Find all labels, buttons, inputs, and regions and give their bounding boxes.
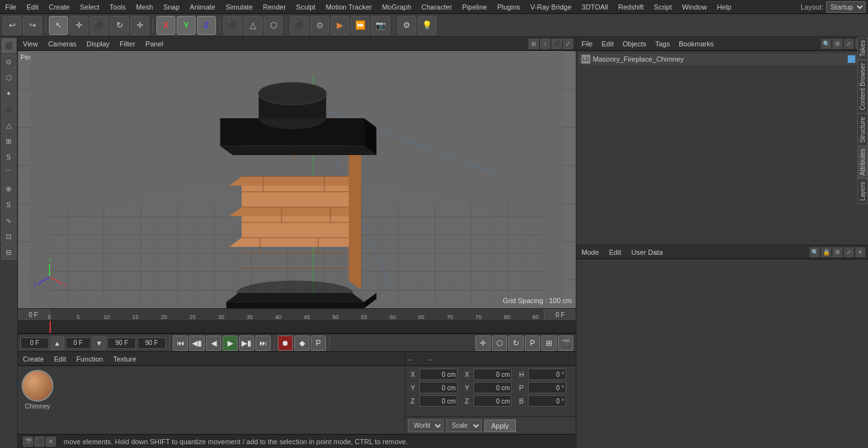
- sb-icon-1[interactable]: 🎬: [23, 437, 33, 447]
- menu-sculpt[interactable]: Sculpt: [291, 2, 321, 12]
- scale-tool-button[interactable]: ⬛: [90, 16, 109, 35]
- attr-close-icon[interactable]: ✕: [855, 247, 865, 257]
- menu-simulate[interactable]: Simulate: [220, 2, 258, 12]
- menu-create[interactable]: Create: [44, 2, 75, 12]
- vp-menu-display[interactable]: Display: [84, 39, 112, 49]
- tool-6[interactable]: △: [1, 118, 17, 133]
- menu-3dtoall[interactable]: 3DTOAll: [576, 2, 613, 12]
- edge-mode-button[interactable]: ⬡: [264, 16, 283, 35]
- 3d-viewport[interactable]: Perspective: [18, 51, 576, 308]
- menu-redshift[interactable]: Redshift: [613, 2, 649, 12]
- scale-select[interactable]: Scale: [446, 419, 482, 432]
- timeline-body[interactable]: [18, 321, 576, 334]
- size-z-input[interactable]: [473, 395, 512, 407]
- axis-x-button[interactable]: X: [156, 16, 175, 35]
- move-tool-button[interactable]: ✛: [69, 16, 88, 35]
- attr-menu-mode[interactable]: Mode: [579, 247, 602, 257]
- goto-end-button[interactable]: ⏭: [255, 336, 271, 351]
- select-tool-button[interactable]: ↖: [49, 16, 68, 35]
- transform-tool-button[interactable]: ✛: [130, 16, 149, 35]
- axis-y-button[interactable]: Y: [177, 16, 196, 35]
- prev-frame-button[interactable]: ◀: [206, 336, 221, 351]
- film-button[interactable]: 🎬: [558, 336, 573, 351]
- vp-menu-panel[interactable]: Panel: [143, 39, 166, 49]
- menu-motiontracker[interactable]: Motion Tracker: [320, 2, 377, 12]
- menu-edit[interactable]: Edit: [22, 2, 44, 12]
- tool-2[interactable]: ⊙: [1, 54, 17, 69]
- snap-button[interactable]: ✛: [475, 336, 491, 351]
- camera-button[interactable]: 📷: [371, 16, 390, 35]
- menu-pipeline[interactable]: Pipeline: [457, 2, 492, 12]
- mat-menu-edit[interactable]: Edit: [51, 354, 69, 364]
- mat-menu-create[interactable]: Create: [20, 354, 46, 364]
- axis-z-button[interactable]: Z: [197, 16, 216, 35]
- rot-h-input[interactable]: [528, 369, 566, 380]
- record-button[interactable]: ⏺: [278, 336, 293, 351]
- curve-button[interactable]: ↻: [508, 336, 524, 351]
- world-select[interactable]: World: [408, 419, 444, 432]
- key-button[interactable]: ⬡: [492, 336, 507, 351]
- pos-z-input[interactable]: [419, 395, 458, 407]
- obj-menu-objects[interactable]: Objects: [620, 39, 649, 49]
- layout-select[interactable]: Startup: [826, 1, 865, 13]
- menu-plugins[interactable]: Plugins: [492, 2, 525, 12]
- menu-animate[interactable]: Animate: [185, 2, 220, 12]
- search-icon[interactable]: 🔍: [821, 39, 831, 49]
- current-frame-input[interactable]: [65, 337, 91, 349]
- start-frame-input[interactable]: [20, 337, 49, 349]
- prev-keyframe-button[interactable]: ◀▮: [189, 336, 205, 351]
- object-mode-button[interactable]: ⬛: [223, 16, 242, 35]
- menu-mograph[interactable]: MoGraph: [377, 2, 416, 12]
- tool-4[interactable]: ✦: [1, 86, 17, 101]
- menu-snap[interactable]: Snap: [158, 2, 185, 12]
- size-x-input[interactable]: [473, 369, 512, 380]
- motion-button[interactable]: P: [525, 336, 540, 351]
- render-button[interactable]: ▶: [330, 16, 349, 35]
- next-frame-button[interactable]: ▶▮: [239, 336, 254, 351]
- play-button[interactable]: ▶: [222, 336, 238, 351]
- pos-y-input[interactable]: [419, 382, 458, 393]
- tool-9[interactable]: ⌒: [1, 165, 17, 180]
- attr-search-icon[interactable]: 🔍: [810, 247, 820, 257]
- tool-13[interactable]: ⊟: [1, 245, 17, 260]
- menu-help[interactable]: Help: [712, 2, 736, 12]
- mat-menu-texture[interactable]: Texture: [111, 354, 139, 364]
- rot-p-input[interactable]: [528, 382, 566, 393]
- vp-menu-view[interactable]: View: [20, 39, 41, 49]
- light-button[interactable]: 💡: [417, 16, 437, 35]
- tab-attributes[interactable]: Attributes: [857, 146, 868, 179]
- menu-file[interactable]: File: [0, 2, 22, 12]
- vp-menu-filter[interactable]: Filter: [117, 39, 137, 49]
- obj-menu-tags[interactable]: Tags: [653, 39, 672, 49]
- size-y-input[interactable]: [473, 382, 512, 393]
- menu-select[interactable]: Select: [75, 2, 105, 12]
- vp-icon-3[interactable]: ⬛: [552, 39, 562, 49]
- render-settings-button[interactable]: ⏩: [351, 16, 370, 35]
- points-mode-button[interactable]: △: [243, 16, 262, 35]
- pos-x-input[interactable]: [419, 369, 458, 380]
- vp-icon-expand[interactable]: ⤢: [563, 39, 573, 49]
- tab-takes[interactable]: Takes: [857, 37, 868, 60]
- render-view-button[interactable]: ⊙: [310, 16, 329, 35]
- tool-spline[interactable]: ∿: [1, 213, 17, 228]
- menu-vray[interactable]: V-Ray Bridge: [526, 2, 577, 12]
- material-item-chimney[interactable]: Chimney: [22, 370, 53, 410]
- sb-icon-close[interactable]: ✕: [46, 437, 56, 447]
- menu-script[interactable]: Script: [649, 2, 677, 12]
- render-region-button[interactable]: ⬛: [290, 16, 309, 35]
- sb-icon-2[interactable]: ⬛: [34, 437, 44, 447]
- attr-menu-userdata[interactable]: User Data: [629, 247, 666, 257]
- menu-mesh[interactable]: Mesh: [131, 2, 158, 12]
- menu-window[interactable]: Window: [677, 2, 712, 12]
- solo-button[interactable]: ◆: [294, 336, 309, 351]
- tab-content-browser[interactable]: Content Browser: [857, 60, 868, 113]
- obj-menu-edit[interactable]: Edit: [599, 39, 616, 49]
- tab-layers[interactable]: Layers: [857, 179, 868, 204]
- attr-menu-edit[interactable]: Edit: [607, 247, 624, 257]
- tool-5[interactable]: ⬛: [1, 102, 17, 117]
- rotate-tool-button[interactable]: ↻: [110, 16, 129, 35]
- end-frame-input[interactable]: [137, 337, 166, 349]
- tool-3[interactable]: ⬡: [1, 70, 17, 85]
- frame-down-button[interactable]: ▼: [92, 336, 106, 350]
- menu-render[interactable]: Render: [258, 2, 291, 12]
